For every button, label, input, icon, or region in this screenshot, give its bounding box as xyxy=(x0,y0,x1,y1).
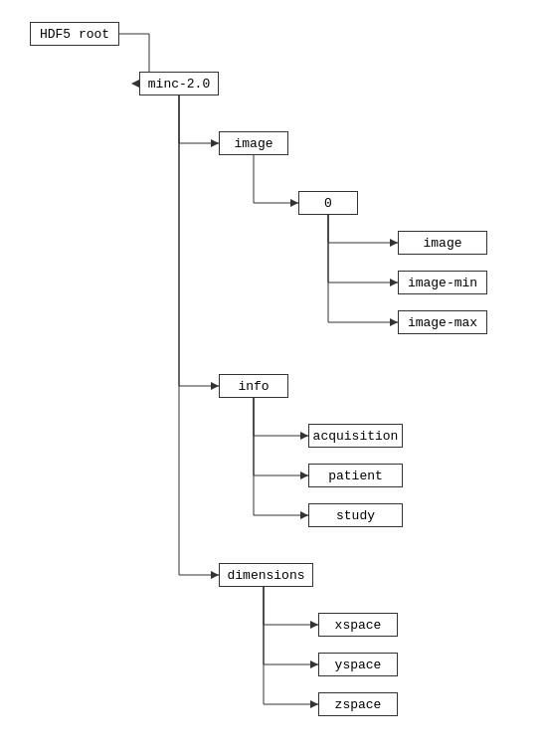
svg-marker-33 xyxy=(211,571,219,579)
node-patient: patient xyxy=(308,464,403,487)
node-image-leaf: image xyxy=(398,231,487,255)
node-zero: 0 xyxy=(298,191,358,215)
svg-marker-18 xyxy=(390,318,398,326)
node-zspace: zspace xyxy=(318,692,398,716)
svg-marker-12 xyxy=(390,239,398,247)
node-image-group: image xyxy=(219,131,288,155)
svg-marker-42 xyxy=(310,700,318,708)
node-root: HDF5 root xyxy=(30,22,119,46)
node-yspace: yspace xyxy=(318,653,398,676)
svg-marker-21 xyxy=(211,382,219,390)
svg-marker-3 xyxy=(131,80,139,88)
svg-marker-36 xyxy=(310,621,318,629)
svg-marker-9 xyxy=(290,199,298,207)
node-image-max: image-max xyxy=(398,310,487,334)
svg-marker-6 xyxy=(211,139,219,147)
node-study: study xyxy=(308,503,403,527)
svg-marker-39 xyxy=(310,661,318,668)
svg-marker-24 xyxy=(300,432,308,440)
node-acquisition: acquisition xyxy=(308,424,403,448)
svg-marker-27 xyxy=(300,472,308,479)
node-dimensions: dimensions xyxy=(219,563,313,587)
node-xspace: xspace xyxy=(318,613,398,637)
tree-diagram: HDF5 root minc-2.0 image 0 image image-m… xyxy=(0,0,542,756)
svg-marker-30 xyxy=(300,511,308,519)
svg-marker-15 xyxy=(390,279,398,286)
node-info: info xyxy=(219,374,288,398)
node-minc: minc-2.0 xyxy=(139,72,219,95)
node-image-min: image-min xyxy=(398,271,487,294)
